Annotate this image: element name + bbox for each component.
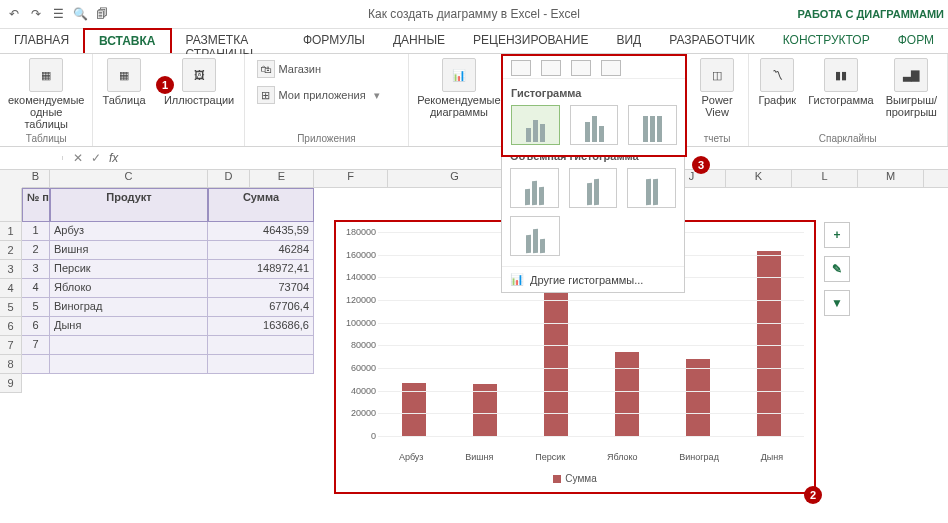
cell-sum-5[interactable]: 163686,6 <box>208 317 314 336</box>
cell-n-4[interactable]: 5 <box>22 298 50 317</box>
3d-percent-thumb[interactable] <box>627 168 676 208</box>
row-header-2[interactable]: 2 <box>0 241 22 260</box>
clustered-column-thumb[interactable] <box>511 105 560 145</box>
cell-prod-8[interactable] <box>50 355 208 374</box>
cell-sum-1[interactable]: 46284 <box>208 241 314 260</box>
3d-column-thumb[interactable] <box>510 216 560 256</box>
cell-n-0[interactable]: 1 <box>22 222 50 241</box>
cell-n-1[interactable]: 2 <box>22 241 50 260</box>
select-all-corner[interactable] <box>0 170 23 189</box>
tab-вставка[interactable]: ВСТАВКА <box>83 28 171 53</box>
cell-prod-5[interactable]: Дыня <box>50 317 208 336</box>
chart-filter-button[interactable]: ▼ <box>824 290 850 316</box>
col-header-E[interactable]: E <box>250 170 314 188</box>
cell-prod-3[interactable]: Яблоко <box>50 279 208 298</box>
row-header-1[interactable]: 1 <box>0 222 22 241</box>
cell-n-3[interactable]: 4 <box>22 279 50 298</box>
powerview-button[interactable]: ◫ Power View <box>700 58 734 118</box>
more-histograms-button[interactable]: 📊 Другие гистограммы... <box>502 266 684 292</box>
cell-prod-7[interactable] <box>50 336 208 355</box>
table-button[interactable]: ▦ Таблица <box>102 58 145 106</box>
3d-clustered-thumb[interactable] <box>510 168 559 208</box>
sparkline-hist-button[interactable]: ▮▮Гистограмма <box>808 58 874 118</box>
cell-sum-8[interactable] <box>208 355 314 374</box>
cell-prod-0[interactable]: Арбуз <box>50 222 208 241</box>
tab-данные[interactable]: ДАННЫЕ <box>379 29 459 53</box>
row-header-5[interactable]: 5 <box>0 298 22 317</box>
col-header-K[interactable]: K <box>726 170 792 188</box>
row-header-8[interactable]: 8 <box>0 355 22 374</box>
print-icon[interactable]: 🗐 <box>94 6 110 22</box>
mini-chart-4[interactable] <box>601 60 621 76</box>
undo-icon[interactable]: ↶ <box>6 6 22 22</box>
row-header-0[interactable] <box>0 188 22 222</box>
tab-главная[interactable]: ГЛАВНАЯ <box>0 29 83 53</box>
touch-icon[interactable]: ☰ <box>50 6 66 22</box>
redo-icon[interactable]: ↷ <box>28 6 44 22</box>
name-box[interactable] <box>0 156 63 160</box>
row-header-3[interactable]: 3 <box>0 260 22 279</box>
col-header-M[interactable]: M <box>858 170 924 188</box>
cell-prod-2[interactable]: Персик <box>50 260 208 279</box>
tab-конструктор[interactable]: КОНСТРУКТОР <box>769 29 884 53</box>
cell-sum-2[interactable]: 148972,41 <box>208 260 314 279</box>
sparkline-line-button[interactable]: 〽График <box>759 58 797 118</box>
cell-n-7[interactable]: 7 <box>22 336 50 355</box>
bar-Яблоко[interactable] <box>615 352 639 436</box>
row-header-6[interactable]: 6 <box>0 317 22 336</box>
chart-legend: Сумма <box>336 473 814 484</box>
chart-add-element-button[interactable]: + <box>824 222 850 248</box>
col-header-N[interactable]: N <box>924 170 948 188</box>
cell-head-no[interactable]: № п/п <box>22 188 50 222</box>
pivot-button[interactable]: ▦ екомендуемые одные таблицы <box>8 58 84 130</box>
col-header-F[interactable]: F <box>314 170 388 188</box>
row-header-4[interactable]: 4 <box>0 279 22 298</box>
cell-n-8[interactable] <box>22 355 50 374</box>
row-header-9[interactable]: 9 <box>0 374 22 393</box>
tab-формулы[interactable]: ФОРМУЛЫ <box>289 29 379 53</box>
rec-charts-button[interactable]: 📊 Рекомендуемые диаграммы <box>417 58 500 118</box>
cell-sum-3[interactable]: 73704 <box>208 279 314 298</box>
mini-chart-1[interactable] <box>511 60 531 76</box>
col-header-L[interactable]: L <box>792 170 858 188</box>
chart-type-dropdown: Гистограмма <box>501 54 687 157</box>
chart-side-buttons: + ✎ ▼ <box>824 222 850 316</box>
store-button[interactable]: 🛍Магазин <box>253 58 325 80</box>
cell-prod-4[interactable]: Виноград <box>50 298 208 317</box>
xlabel-Персик: Персик <box>535 452 565 462</box>
tab-разработчик[interactable]: РАЗРАБОТЧИК <box>655 29 769 53</box>
enter-icon[interactable]: ✓ <box>91 151 101 165</box>
worksheet[interactable]: BCDEFGHIJKLMN 123456789 № п/пПродуктСумм… <box>0 170 948 523</box>
chart-styles-button[interactable]: ✎ <box>824 256 850 282</box>
cell-prod-1[interactable]: Вишня <box>50 241 208 260</box>
percent-stacked-column-thumb[interactable] <box>628 105 677 145</box>
cell-n-2[interactable]: 3 <box>22 260 50 279</box>
tab-рецензирование[interactable]: РЕЦЕНЗИРОВАНИЕ <box>459 29 602 53</box>
tab-разметка страницы[interactable]: РАЗМЕТКА СТРАНИЦЫ <box>172 29 289 53</box>
cell-sum-0[interactable]: 46435,59 <box>208 222 314 241</box>
row-header-7[interactable]: 7 <box>0 336 22 355</box>
mini-chart-3[interactable] <box>571 60 591 76</box>
apps-icon: ⊞ <box>257 86 275 104</box>
cell-head-sum[interactable]: Сумма <box>208 188 314 222</box>
stacked-column-thumb[interactable] <box>570 105 619 145</box>
col-header-D[interactable]: D <box>208 170 250 188</box>
cancel-icon[interactable]: ✕ <box>73 151 83 165</box>
cell-sum-7[interactable] <box>208 336 314 355</box>
bar-Виноград[interactable] <box>686 359 710 436</box>
col-header-B[interactable]: B <box>22 170 50 188</box>
tab-форм[interactable]: ФОРМ <box>884 29 948 53</box>
sparkline-winloss-button[interactable]: ▃▇Выигрыш/ проигрыш <box>886 58 937 118</box>
cell-sum-4[interactable]: 67706,4 <box>208 298 314 317</box>
cell-head-prod[interactable]: Продукт <box>50 188 208 222</box>
fx-icon[interactable]: fx <box>109 151 118 165</box>
more-chart-icon: 📊 <box>510 273 524 286</box>
preview-icon[interactable]: 🔍 <box>72 6 88 22</box>
my-apps-button[interactable]: ⊞Мои приложения▾ <box>253 84 384 106</box>
mini-chart-2[interactable] <box>541 60 561 76</box>
illustrations-button[interactable]: 🖼 Иллюстрации <box>164 58 234 106</box>
tab-вид[interactable]: ВИД <box>602 29 655 53</box>
cell-n-5[interactable]: 6 <box>22 317 50 336</box>
3d-stacked-thumb[interactable] <box>569 168 618 208</box>
col-header-C[interactable]: C <box>50 170 208 188</box>
